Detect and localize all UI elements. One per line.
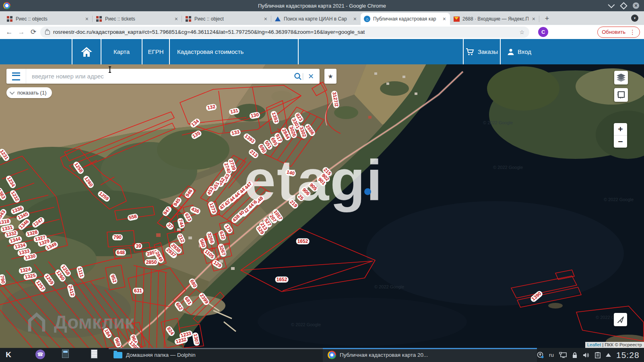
forward-button[interactable]: →	[16, 28, 27, 36]
minimize-icon[interactable]	[608, 1, 615, 8]
tab-label: Риес :: tickets	[105, 16, 171, 22]
cadastral-map[interactable]: etagi Домклик 13213113013413513313921393…	[0, 64, 644, 348]
network-icon[interactable]	[559, 352, 567, 358]
tab-label: Риес :: objects	[16, 16, 82, 22]
tab-label: Риес :: object	[194, 16, 260, 22]
menu-kebab-icon[interactable]: ⋮	[630, 29, 636, 36]
tab[interactable]: Поиск на карте ЦИАН в Сар×	[271, 13, 361, 25]
chrome-logo-icon	[3, 2, 10, 9]
layers-icon	[617, 74, 625, 82]
lock-icon	[45, 31, 50, 35]
profile-avatar[interactable]: C	[538, 27, 548, 37]
clipboard-icon[interactable]	[595, 352, 601, 358]
ries-favicon	[185, 16, 192, 22]
tab-close-icon[interactable]: ×	[353, 16, 357, 22]
map-marker-dot	[364, 188, 371, 195]
chrome-icon	[328, 351, 336, 359]
tab-label: 2688 · Входящие — Яндекс.П	[462, 16, 528, 22]
favorites-button[interactable]: ★	[324, 69, 336, 84]
tab[interactable]: Риес :: tickets×	[93, 13, 182, 25]
map-search-bar: | ✕	[6, 69, 320, 84]
tray-expand-icon[interactable]	[606, 353, 611, 357]
window-title: Публичная кадастровая карта 2021 - Googl…	[0, 3, 644, 9]
mouse-text-cursor	[109, 66, 110, 73]
nav-item-karta[interactable]: Карта	[101, 39, 142, 64]
tab-close-icon[interactable]: ×	[174, 16, 179, 22]
update-label: Обновить	[602, 29, 625, 35]
new-tab-button[interactable]: +	[542, 13, 552, 24]
locate-button[interactable]	[614, 313, 627, 326]
tab[interactable]: ⌂Публичная кадастровая кар×	[361, 13, 450, 25]
search-input[interactable]	[26, 73, 294, 80]
calculator-icon[interactable]	[62, 350, 69, 358]
search-icon[interactable]	[294, 72, 302, 80]
updates-icon[interactable]	[537, 352, 544, 358]
orders-button[interactable]: Заказы	[464, 39, 500, 64]
address-bar[interactable]: rosreestr-doc.ru/кадастровая_карта#ct=51…	[40, 27, 529, 38]
tab-close-icon[interactable]: ×	[442, 16, 447, 22]
chrome-update-button[interactable]: Обновить ⋮	[597, 27, 640, 38]
back-button[interactable]: ←	[4, 28, 14, 36]
nav-item-egrn[interactable]: ЕГРН	[142, 39, 169, 64]
pkk-favicon: ⌂	[364, 16, 370, 22]
login-button[interactable]: Вход	[501, 39, 644, 64]
show-results-button[interactable]: показать (1)	[6, 87, 52, 98]
url-text[interactable]: rosreestr-doc.ru/кадастровая_карта#ct=51…	[53, 29, 516, 35]
task-dolphin[interactable]: Домашняя папка — Dolphin	[109, 348, 323, 362]
browser-toolbar: ← → ⟳ rosreestr-doc.ru/кадастровая_карта…	[0, 25, 644, 39]
task-chrome[interactable]: Публичная кадастровая карта 20...	[323, 348, 537, 362]
tab[interactable]: Риес :: objects×	[3, 13, 93, 25]
tab-label: Поиск на карте ЦИАН в Сар	[284, 16, 350, 22]
home-icon	[80, 47, 93, 57]
taskbar: K ☎ Домашняя папка — Dolphin Публичная к…	[0, 348, 644, 362]
tab-label: Публичная кадастровая кар	[373, 16, 439, 22]
tab-close-icon[interactable]: ×	[263, 16, 268, 22]
zoom-out-button[interactable]: −	[614, 136, 627, 148]
person-icon	[507, 48, 514, 56]
nav-spacer	[0, 39, 72, 64]
nav-item-cost[interactable]: Кадастровая стоимость	[170, 39, 298, 64]
ries-favicon	[96, 16, 102, 22]
notes-icon[interactable]	[91, 350, 97, 358]
measure-button[interactable]	[614, 88, 628, 102]
tab[interactable]: 2688 · Входящие — Яндекс.П×	[450, 13, 539, 25]
cart-icon	[466, 48, 475, 56]
map-attribution: Leaflet | ПКК © Росреестр	[585, 342, 644, 348]
viber-icon[interactable]: ☎	[35, 350, 45, 359]
chevron-down-icon	[10, 90, 15, 95]
zoom-in-button[interactable]: +	[614, 123, 627, 136]
star-icon: ★	[328, 73, 333, 80]
taskbar-clock[interactable]: 15:28	[616, 350, 640, 360]
site-nav: Карта ЕГРН Кадастровая стоимость Заказы …	[0, 39, 644, 64]
keyboard-layout-indicator[interactable]: ru	[549, 352, 554, 358]
system-tray: ru 15:28	[537, 348, 644, 362]
kde-launcher-icon[interactable]: K	[3, 350, 14, 360]
tab-close-icon[interactable]: ×	[531, 16, 536, 22]
screen: Публичная кадастровая карта 2021 - Googl…	[0, 0, 644, 362]
close-icon[interactable]: ×	[633, 2, 639, 9]
home-button[interactable]	[72, 39, 101, 64]
nav-spacer	[299, 39, 463, 64]
tab-close-icon[interactable]: ×	[85, 16, 89, 22]
cian-favicon	[275, 16, 281, 22]
folder-icon	[114, 352, 122, 358]
leaflet-link[interactable]: Leaflet	[587, 342, 601, 347]
tab-overflow-button[interactable]: ▾	[631, 14, 638, 22]
menu-hamburger-icon[interactable]	[12, 72, 20, 80]
clear-search-icon[interactable]: ✕	[304, 72, 320, 81]
tab[interactable]: Риес :: object×	[182, 13, 271, 25]
locate-arrow-icon	[617, 316, 625, 324]
taskbar-launchers: K ☎	[0, 348, 109, 362]
satellite-map-image	[0, 64, 644, 348]
window-titlebar: Публичная кадастровая карта 2021 - Googl…	[0, 0, 644, 11]
lock-icon[interactable]	[572, 352, 578, 358]
yandex-mail-favicon	[453, 16, 460, 22]
maximize-icon[interactable]	[620, 2, 627, 9]
bookmark-star-icon[interactable]: ☆	[520, 29, 525, 35]
measure-icon	[617, 90, 625, 99]
ries-favicon	[6, 16, 13, 22]
reload-button[interactable]: ⟳	[28, 28, 39, 36]
layers-button[interactable]	[614, 71, 628, 84]
zoom-control: + −	[614, 123, 627, 148]
volume-icon[interactable]	[583, 352, 590, 358]
